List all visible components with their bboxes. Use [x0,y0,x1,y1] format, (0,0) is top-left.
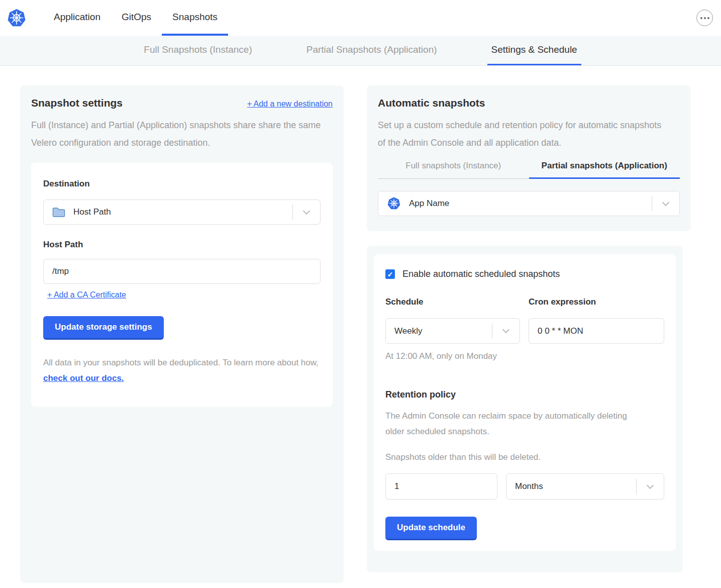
folder-icon [52,207,65,218]
destination-select-value: Host Path [73,207,111,217]
schedule-interval-select[interactable]: Weekly [385,318,520,344]
subtab-partial-snapshots[interactable]: Partial Snapshots (Application) [302,36,441,65]
top-nav-tabs: Application GitOps Snapshots [43,0,228,36]
retention-hint: Snapshots older than this will be delete… [385,452,664,462]
tab-full-snapshots-instance[interactable]: Full snapshots (Instance) [378,161,529,179]
cron-expression-label: Cron expression [529,297,664,307]
tab-snapshots[interactable]: Snapshots [162,0,228,36]
destination-chevron-zone [293,211,320,214]
retention-unit-chevron-zone [637,485,664,488]
logo-container [0,0,26,36]
app-selector[interactable]: App Name [378,191,680,216]
chevron-down-icon [662,199,669,206]
chevron-down-icon [647,481,654,488]
retention-fields-row: Months [385,473,664,500]
kubernetes-app-icon [387,197,401,211]
update-schedule-button[interactable]: Update schedule [385,517,477,540]
host-path-input[interactable] [43,259,321,284]
destination-select[interactable]: Host Path [43,200,321,225]
destination-label: Destination [43,179,321,189]
schedule-panel: ✓ Enable automatic scheduled snapshots S… [367,246,683,572]
schedule-interval-value: Weekly [394,326,422,336]
tab-application[interactable]: Application [43,0,111,36]
automatic-snapshots-description: Set up a custom schedule and retention p… [378,117,667,152]
automatic-snapshots-tabs: Full snapshots (Instance) Partial snapsh… [378,161,680,179]
dedup-note: All data in your snapshots will be dedup… [43,355,321,386]
automatic-snapshots-panel: Automatic snapshots Set up a custom sche… [367,85,691,231]
more-options-button[interactable] [696,10,713,26]
schedule-column: Schedule Weekly [385,297,520,344]
main-content: Snapshot settings + Add a new destinatio… [0,66,721,583]
schedule-label: Schedule [385,297,520,307]
automatic-snapshots-title: Automatic snapshots [378,97,680,109]
add-new-destination-link[interactable]: + Add a new destination [247,100,333,109]
chevron-down-icon [303,207,310,214]
cron-human-readable: At 12:00 AM, only on Monday [385,351,664,361]
app-selector-value: App Name [409,199,449,209]
storage-settings-card: Destination Host Path Host Path + Add a … [31,163,333,407]
subtab-full-snapshots[interactable]: Full Snapshots (Instance) [140,36,256,65]
app-selector-chevron-zone [652,203,679,205]
top-nav-right [696,0,721,36]
dedup-note-text: All data in your snapshots will be dedup… [43,358,319,367]
add-ca-certificate-link[interactable]: + Add a CA Certificate [47,290,126,299]
tab-partial-snapshots-application[interactable]: Partial snapshots (Application) [529,161,680,179]
top-navigation: Application GitOps Snapshots [0,0,721,36]
snapshot-settings-description: Full (Instance) and Partial (Application… [31,117,321,152]
retention-unit-select[interactable]: Months [506,473,664,500]
host-path-label: Host Path [43,240,321,250]
cron-expression-input[interactable] [529,318,664,344]
enable-snapshots-row: ✓ Enable automatic scheduled snapshots [385,269,664,279]
retention-amount-input[interactable] [385,473,497,500]
tab-gitops[interactable]: GitOps [111,0,162,36]
subtab-settings-schedule[interactable]: Settings & Schedule [487,36,581,65]
schedule-fields-row: Schedule Weekly Cron expression [385,297,664,344]
retention-policy-description: The Admin Console can reclaim space by a… [385,408,645,439]
snapshot-settings-panel: Snapshot settings + Add a new destinatio… [20,85,344,583]
retention-policy-title: Retention policy [385,389,664,400]
schedule-card: ✓ Enable automatic scheduled snapshots S… [374,254,676,551]
enable-snapshots-label: Enable automatic scheduled snapshots [402,269,560,279]
retention-unit-value: Months [515,481,543,492]
snapshots-sub-navigation: Full Snapshots (Instance) Partial Snapsh… [0,36,721,66]
schedule-chevron-zone [492,330,520,332]
cron-column: Cron expression [529,297,664,344]
enable-snapshots-checkbox[interactable]: ✓ [385,269,395,279]
snapshot-settings-title: Snapshot settings [31,97,123,109]
kubernetes-logo-icon [7,9,26,28]
chevron-down-icon [502,326,509,333]
docs-link[interactable]: check out our docs. [43,373,124,383]
ellipsis-icon [700,17,702,19]
right-column: Automatic snapshots Set up a custom sche… [367,85,691,572]
update-storage-settings-button[interactable]: Update storage settings [43,316,164,340]
